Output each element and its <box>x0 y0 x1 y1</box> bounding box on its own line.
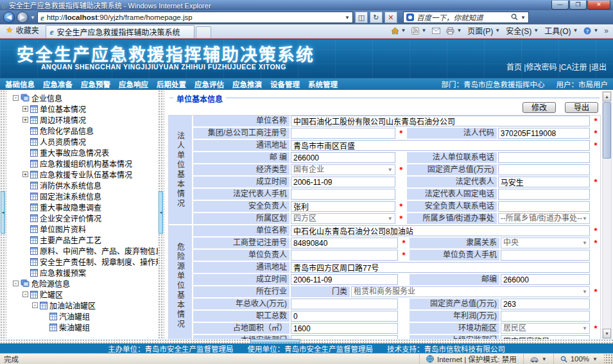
form-select[interactable]: 四方区▼ <box>291 213 395 224</box>
form-select[interactable]: --所属乡镇/街道办事处--▼ <box>498 213 590 224</box>
home-dropdown-icon[interactable]: ▼ <box>401 28 406 33</box>
back-button[interactable]: ◀ <box>3 12 15 23</box>
favorites-button[interactable]: ★ 收藏夹 <box>2 24 46 38</box>
nav-item[interactable]: 应急推演 <box>232 79 262 89</box>
scroll-up-icon[interactable]: ▲ <box>603 92 611 101</box>
tree-item[interactable]: +应急救援组织机构基本情况 <box>8 158 158 169</box>
help-button[interactable]: ? ▼ <box>583 27 598 35</box>
left-splitter-collapse-handle[interactable]: ◂ <box>1 191 5 234</box>
tree-item[interactable]: +单位基本情况 <box>8 103 158 114</box>
form-input[interactable] <box>501 311 590 322</box>
bottom-splitter-handle[interactable] <box>250 339 300 343</box>
tree-item[interactable]: +危险化学品信息 <box>8 125 158 136</box>
tree-item[interactable]: +固定泡沫系统信息 <box>8 191 158 202</box>
tree-item[interactable]: +原料、中间产物、产品、废弃物信息 <box>8 245 158 256</box>
tree-item[interactable]: +人员资质情况 <box>8 136 158 147</box>
command-overflow-icon[interactable]: » <box>604 26 609 35</box>
form-select[interactable]: 居民区▼ <box>501 323 590 334</box>
zoom-dropdown-icon[interactable]: ▼ <box>592 356 598 362</box>
tree-item[interactable]: -贮罐区 <box>8 289 158 300</box>
form-input[interactable] <box>291 262 590 273</box>
tree-item[interactable]: +企业安全评价情况 <box>8 212 158 223</box>
search-input[interactable]: 百度一下，你就知道 ▼ <box>403 12 529 23</box>
form-input[interactable] <box>291 323 398 334</box>
bottom-splitter[interactable] <box>0 339 613 343</box>
home-button[interactable]: ▼ <box>391 27 406 35</box>
compatibility-view-button[interactable]: ◫ <box>355 12 368 23</box>
tree-item[interactable]: +消防供水系统信息 <box>8 180 158 191</box>
new-tab-button[interactable] <box>196 26 211 38</box>
main-scrollbar[interactable]: ▲ ▼ <box>602 91 612 339</box>
tree-item[interactable]: +周边环境情况 <box>8 114 158 125</box>
tree-splitter[interactable]: ◂ <box>158 90 164 339</box>
form-input[interactable] <box>291 116 590 126</box>
form-input[interactable] <box>291 128 395 139</box>
tools-menu[interactable]: 工具(O)▼ <box>544 25 578 36</box>
close-button[interactable]: ✕ <box>587 1 610 10</box>
export-button[interactable]: 导出 <box>565 102 598 113</box>
form-input[interactable] <box>291 238 398 248</box>
nav-item[interactable]: 应急准备 <box>43 79 73 89</box>
stop-button[interactable]: ✕ <box>384 12 397 23</box>
form-input[interactable] <box>291 201 395 212</box>
tree-item[interactable]: +应急救援预案 <box>8 267 158 278</box>
form-select[interactable]: 中央▼ <box>501 238 590 248</box>
tree-item[interactable]: +汽油罐组 <box>8 311 158 322</box>
tree-splitter-collapse-handle[interactable]: ◂ <box>159 191 163 234</box>
privacy-dropdown-icon[interactable]: ▼ <box>542 356 547 362</box>
nav-item[interactable]: 应急预警 <box>81 79 110 89</box>
nav-item[interactable]: 应急响应 <box>119 79 148 89</box>
form-input[interactable] <box>291 152 395 163</box>
mail-button[interactable] <box>432 28 440 34</box>
collapse-icon[interactable]: - <box>13 95 19 101</box>
status-zoom[interactable]: 100% ▼ <box>553 354 604 364</box>
form-input[interactable] <box>501 299 590 309</box>
safety-menu[interactable]: 安全(S)▼ <box>506 25 539 36</box>
tree-item[interactable]: -危险源信息 <box>8 278 158 289</box>
form-input[interactable] <box>291 274 398 285</box>
tree-item[interactable]: +安全生产责任制、规章制度、操作规程信息 <box>8 256 158 267</box>
print-button[interactable]: ▼ <box>446 27 462 35</box>
help-dropdown-icon[interactable]: ▼ <box>593 28 598 33</box>
feeds-dropdown-icon[interactable]: ▼ <box>421 28 426 33</box>
form-input[interactable] <box>498 201 590 212</box>
scroll-down-icon[interactable]: ▼ <box>603 329 611 338</box>
tree-item[interactable]: -加油站油罐区 <box>8 300 158 311</box>
left-splitter[interactable]: ◂ <box>0 90 6 339</box>
nav-item[interactable]: 基础信息 <box>5 79 35 89</box>
header-link[interactable]: 首页 <box>506 63 522 72</box>
form-input[interactable] <box>291 189 395 200</box>
nav-item[interactable]: 系统管理 <box>308 79 338 89</box>
refresh-button[interactable]: ↻ <box>370 12 383 23</box>
form-input[interactable] <box>501 250 590 261</box>
form-input[interactable] <box>291 250 398 261</box>
form-input[interactable] <box>501 274 590 285</box>
tree-item[interactable]: -企业信息 <box>8 92 158 103</box>
status-privacy[interactable]: ▼ <box>523 354 553 364</box>
form-select[interactable]: 租赁和商务服务业▼ <box>351 286 590 297</box>
expand-icon[interactable]: + <box>22 106 28 112</box>
search-icon[interactable] <box>511 13 518 22</box>
form-input[interactable] <box>498 164 590 175</box>
browser-tab[interactable]: e 安全生产应急救援指挥辅助决策系统 <box>46 25 194 38</box>
page-menu[interactable]: 页面(P)▼ <box>467 25 500 36</box>
tree-item[interactable]: +单位图片资料 <box>8 223 158 234</box>
form-input[interactable] <box>291 225 590 236</box>
form-input[interactable] <box>291 311 398 322</box>
form-input[interactable] <box>498 128 590 139</box>
header-link[interactable]: 修改密码 <box>526 63 557 72</box>
collapse-icon[interactable]: - <box>32 302 38 308</box>
search-dropdown-icon[interactable]: ▼ <box>521 15 526 21</box>
header-link[interactable]: 退出 <box>591 63 607 72</box>
tree-item[interactable]: +主要产品生产工艺 <box>8 234 158 245</box>
feeds-button[interactable]: ▼ <box>411 27 426 35</box>
address-input[interactable]: e http://localhost:90/yjzh/frame/homepag… <box>37 12 353 23</box>
tree-item[interactable]: +重大事故应急情况表 <box>8 147 158 158</box>
forward-button[interactable]: ▶ <box>17 12 28 23</box>
tree-item[interactable]: +柴油罐组 <box>8 322 158 333</box>
collapse-icon[interactable]: - <box>13 281 19 286</box>
form-input[interactable] <box>291 177 395 187</box>
form-input[interactable] <box>291 299 398 309</box>
nav-item[interactable]: 设备管理 <box>270 79 300 89</box>
form-input[interactable] <box>498 177 590 187</box>
